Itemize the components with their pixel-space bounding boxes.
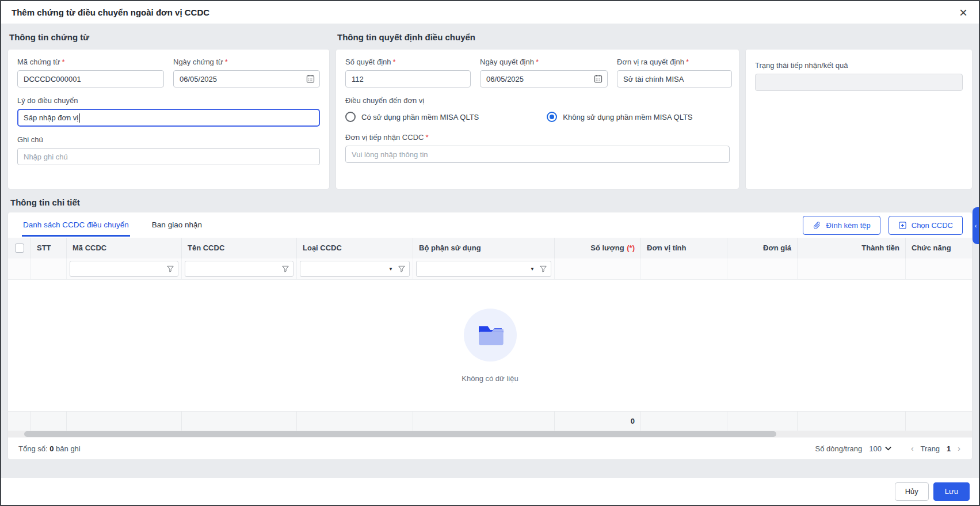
total-label: Tổng số: — [18, 444, 48, 453]
prev-page-icon[interactable]: ‹ — [911, 444, 914, 453]
required-asterisk: * — [62, 58, 65, 66]
save-button[interactable]: Lưu — [933, 482, 970, 501]
scrollbar-thumb[interactable] — [24, 431, 776, 437]
column-header-so-luong[interactable]: Số lượng (*) — [555, 238, 641, 258]
detail-tabs-row: Danh sách CCDC điều chuyển Ban giao nhận… — [8, 212, 972, 238]
total-value: 0 — [49, 444, 54, 453]
filter-funnel-icon[interactable] — [166, 265, 174, 273]
radio-option-use-misa-qlts[interactable]: Có sử dụng phần mềm MISA QLTS — [345, 112, 479, 122]
close-icon[interactable]: × — [959, 7, 967, 18]
dropdown-caret-icon[interactable]: ▼ — [388, 267, 393, 272]
plus-square-icon — [898, 221, 907, 230]
transfer-destination-radio-group: Có sử dụng phần mềm MISA QLTS Không sử d… — [345, 110, 730, 124]
section-heading-decision: Thông tin quyết định điều chuyển — [337, 32, 739, 45]
dropdown-caret-icon[interactable]: ▼ — [530, 267, 535, 272]
required-asterisk: * — [393, 58, 396, 66]
note-label: Ghi chú — [17, 135, 320, 144]
decision-info-card: Số quyết định* Ngày quyết định* Đơn vị r… — [336, 50, 739, 189]
decision-issuer-label: Đơn vị ra quyết định* — [617, 58, 732, 66]
filter-loai-ccdc-input[interactable] — [305, 265, 386, 273]
document-date-input[interactable] — [173, 70, 320, 87]
filter-loai-ccdc-dropdown[interactable]: ▼ — [300, 261, 410, 277]
column-header-stt[interactable]: STT — [31, 238, 67, 258]
horizontal-scrollbar[interactable] — [8, 431, 972, 437]
filter-funnel-icon[interactable] — [398, 265, 406, 273]
receive-status-label: Trạng thái tiếp nhận/kết quả — [755, 61, 963, 70]
folder-icon — [474, 318, 507, 352]
decision-date-input[interactable] — [480, 70, 608, 87]
note-input[interactable] — [17, 148, 320, 165]
chevron-left-icon: ‹ — [975, 222, 977, 229]
choose-ccdc-button[interactable]: Chọn CCDC — [889, 216, 963, 235]
receiver-unit-input[interactable] — [345, 146, 730, 163]
decision-issuer-input[interactable] — [617, 70, 732, 87]
column-header-don-gia[interactable]: Đơn giá — [727, 238, 798, 258]
document-code-label: Mã chứng từ* — [17, 58, 164, 66]
column-header-chuc-nang[interactable]: Chức năng — [906, 238, 972, 258]
empty-state-text: Không có dữ liệu — [462, 374, 518, 383]
document-info-card: Mã chứng từ* Ngày chứng từ* Lý do — [8, 50, 329, 189]
filter-bo-phan-input[interactable] — [421, 265, 527, 273]
paperclip-icon — [811, 219, 823, 231]
select-all-checkbox[interactable] — [15, 244, 24, 253]
table-header-row: STT Mã CCDC Tên CCDC Loại CCDC Bộ phận s… — [8, 238, 972, 258]
dialog-titlebar: Thêm chứng từ điều chuyển ngoài đơn vị C… — [1, 1, 979, 24]
filter-funnel-icon[interactable] — [539, 265, 547, 273]
collapse-side-panel-handle[interactable]: ‹ — [973, 207, 979, 244]
radio-option-label: Có sử dụng phần mềm MISA QLTS — [361, 113, 479, 121]
filter-funnel-icon[interactable] — [281, 265, 289, 273]
dialog-content: Thông tin chứng từ Mã chứng từ* Ngày chứ… — [1, 24, 979, 478]
next-page-icon[interactable]: › — [958, 444, 960, 453]
section-decision-info: Thông tin quyết định điều chuyển Số quyế… — [336, 31, 739, 189]
total-records: Tổng số: 0 bản ghi — [18, 444, 81, 453]
calendar-icon[interactable] — [593, 74, 603, 83]
pagination: Số dòng/trang 100 ‹ Trang 1 › — [815, 444, 960, 453]
chevron-down-icon — [885, 446, 891, 451]
summary-quantity-total: 0 — [555, 412, 641, 431]
attach-file-button[interactable]: Đính kèm tệp — [803, 216, 880, 235]
column-header-ma-ccdc[interactable]: Mã CCDC — [67, 238, 182, 258]
radio-checked-icon — [547, 112, 557, 122]
required-asterisk: * — [425, 133, 428, 142]
tab-handover-board[interactable]: Ban giao nhận — [151, 214, 203, 237]
column-header-don-vi-tinh[interactable]: Đơn vị tính — [641, 238, 727, 258]
page-label: Trang — [921, 444, 940, 453]
document-code-input[interactable] — [17, 70, 164, 87]
column-header-thanh-tien[interactable]: Thành tiền — [798, 238, 906, 258]
transfer-destination-label: Điều chuyển đến đơn vị — [345, 96, 730, 105]
table-filter-row: ▼ ▼ — [8, 258, 972, 280]
text-cursor — [79, 113, 80, 123]
column-header-loai-ccdc[interactable]: Loại CCDC — [297, 238, 413, 258]
receiver-unit-label: Đơn vị tiếp nhận CCDC* — [345, 133, 730, 142]
required-asterisk: * — [536, 58, 539, 66]
column-header-ten-ccdc[interactable]: Tên CCDC — [182, 238, 297, 258]
decision-number-input[interactable] — [345, 70, 471, 87]
receive-status-input — [755, 74, 963, 91]
dialog-title: Thêm chứng từ điều chuyển ngoài đơn vị C… — [12, 7, 209, 17]
total-unit: bản ghi — [56, 444, 81, 453]
section-heading-document: Thông tin chứng từ — [9, 32, 329, 45]
section-receive-status: Trạng thái tiếp nhận/kết quả — [746, 31, 972, 189]
top-form-area: Thông tin chứng từ Mã chứng từ* Ngày chứ… — [8, 31, 972, 189]
decision-date-label: Ngày quyết định* — [480, 58, 608, 66]
radio-unchecked-icon — [345, 112, 356, 122]
transfer-reason-input[interactable]: Sáp nhập đơn vị — [17, 109, 320, 127]
document-date-label: Ngày chứng từ* — [173, 58, 320, 66]
calendar-icon[interactable] — [306, 74, 315, 83]
column-header-bo-phan-su-dung[interactable]: Bộ phận sử dụng — [413, 238, 555, 258]
table-summary-row: 0 — [8, 411, 972, 431]
required-asterisk: * — [225, 58, 228, 66]
heading-spacer — [746, 32, 972, 45]
cancel-button[interactable]: Hủy — [895, 482, 929, 501]
section-document-info: Thông tin chứng từ Mã chứng từ* Ngày chứ… — [8, 31, 329, 189]
filter-bo-phan-dropdown[interactable]: ▼ — [416, 261, 551, 277]
tab-ccdc-transfer-list[interactable]: Danh sách CCDC điều chuyển — [22, 214, 130, 237]
section-heading-detail: Thông tin chi tiết — [10, 197, 972, 207]
radio-option-not-use-misa-qlts[interactable]: Không sử dụng phần mềm MISA QLTS — [547, 112, 692, 122]
current-page-number: 1 — [947, 444, 951, 453]
filter-ma-ccdc-input[interactable] — [75, 265, 163, 273]
page-size-select[interactable]: 100 — [869, 444, 891, 453]
page-size-label: Số dòng/trang — [815, 444, 863, 453]
add-transfer-document-dialog: Thêm chứng từ điều chuyển ngoài đơn vị C… — [0, 0, 980, 506]
filter-ten-ccdc-input[interactable] — [190, 265, 279, 273]
